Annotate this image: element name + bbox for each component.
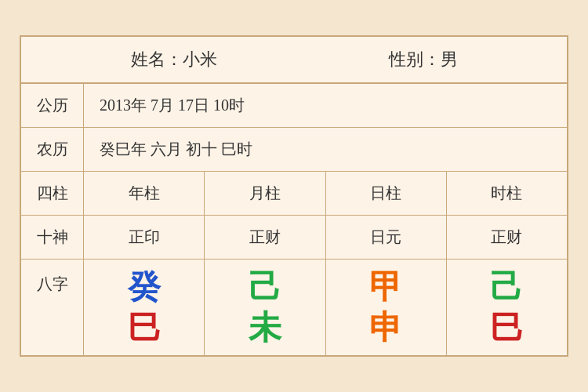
lunar-label: 农历	[21, 128, 84, 171]
bazi-di-0: 巳	[128, 310, 161, 346]
sizhu-label: 四柱	[21, 172, 84, 215]
shishen-cols: 正印 正财 日元 正财	[84, 216, 567, 259]
header-row: 姓名：小米 性别：男	[21, 37, 567, 84]
sizhu-cols: 年柱 月柱 日柱 时柱	[84, 172, 567, 215]
shishen-label: 十神	[21, 216, 84, 259]
bazi-row: 八字 癸 巳 己 未 甲 申 己 巳	[21, 260, 567, 355]
solar-label: 公历	[21, 84, 84, 127]
sizhu-col-0: 年柱	[84, 172, 205, 215]
shishen-row: 十神 正印 正财 日元 正财	[21, 216, 567, 260]
shishen-col-3: 正财	[447, 216, 567, 259]
sizhu-col-3: 时柱	[447, 172, 567, 215]
solar-value: 2013年 7月 17日 10时	[84, 84, 567, 127]
name-label: 姓名：小米	[131, 48, 217, 71]
bazi-di-1: 未	[249, 310, 281, 346]
shishen-col-2: 日元	[326, 216, 447, 259]
bazi-di-3: 巳	[490, 310, 523, 346]
gender-label: 性别：男	[389, 48, 458, 71]
shishen-col-0: 正印	[84, 216, 205, 259]
bazi-tian-3: 己	[490, 269, 523, 305]
main-container: 姓名：小米 性别：男 公历 2013年 7月 17日 10时 农历 癸巳年 六月…	[20, 35, 568, 357]
bazi-di-2: 申	[369, 310, 402, 346]
solar-row: 公历 2013年 7月 17日 10时	[21, 84, 567, 128]
bazi-tian-2: 甲	[369, 269, 402, 305]
sizhu-row: 四柱 年柱 月柱 日柱 时柱	[21, 172, 567, 216]
bazi-col-3: 己 巳	[447, 260, 567, 355]
bazi-col-0: 癸 巳	[84, 260, 205, 355]
bazi-label: 八字	[21, 260, 84, 355]
sizhu-col-2: 日柱	[326, 172, 447, 215]
sizhu-col-1: 月柱	[205, 172, 325, 215]
bazi-tian-0: 癸	[128, 269, 161, 305]
bazi-tian-1: 己	[249, 269, 281, 305]
lunar-row: 农历 癸巳年 六月 初十 巳时	[21, 128, 567, 172]
bazi-col-1: 己 未	[205, 260, 325, 355]
lunar-value: 癸巳年 六月 初十 巳时	[84, 128, 567, 171]
bazi-cols: 癸 巳 己 未 甲 申 己 巳	[84, 260, 567, 355]
bazi-col-2: 甲 申	[326, 260, 447, 355]
shishen-col-1: 正财	[205, 216, 325, 259]
